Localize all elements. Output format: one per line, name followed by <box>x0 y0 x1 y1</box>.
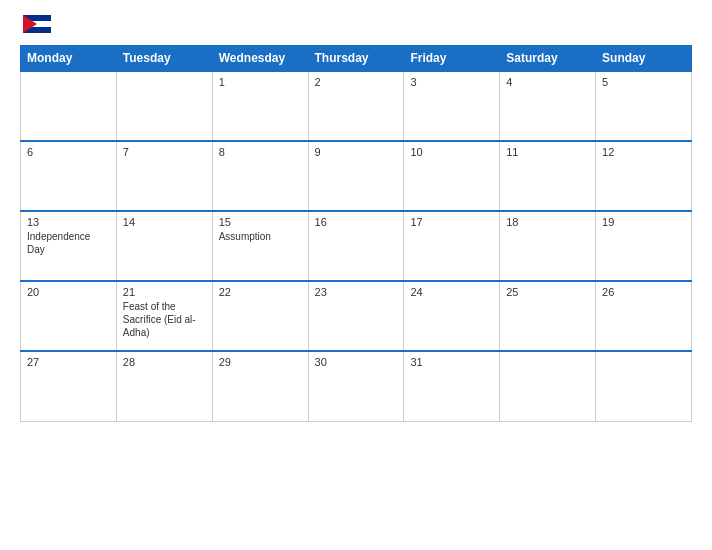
weekday-monday: Monday <box>21 46 117 72</box>
week-row-5: 2728293031 <box>21 351 692 421</box>
calendar-cell: 21Feast of the Sacrifice (Eid al-Adha) <box>116 281 212 351</box>
calendar-cell: 28 <box>116 351 212 421</box>
calendar-cell: 9 <box>308 141 404 211</box>
calendar-cell: 26 <box>596 281 692 351</box>
week-row-1: 12345 <box>21 71 692 141</box>
day-number: 27 <box>27 356 110 368</box>
day-number: 29 <box>219 356 302 368</box>
day-number: 6 <box>27 146 110 158</box>
day-number: 8 <box>219 146 302 158</box>
day-number: 2 <box>315 76 398 88</box>
calendar-cell: 20 <box>21 281 117 351</box>
day-number: 11 <box>506 146 589 158</box>
day-number: 4 <box>506 76 589 88</box>
day-number: 10 <box>410 146 493 158</box>
day-number: 15 <box>219 216 302 228</box>
day-event: Feast of the Sacrifice (Eid al-Adha) <box>123 301 196 338</box>
calendar-cell: 17 <box>404 211 500 281</box>
day-number: 28 <box>123 356 206 368</box>
day-number: 20 <box>27 286 110 298</box>
day-number: 21 <box>123 286 206 298</box>
day-number: 5 <box>602 76 685 88</box>
weekday-tuesday: Tuesday <box>116 46 212 72</box>
calendar-cell: 6 <box>21 141 117 211</box>
calendar-cell: 19 <box>596 211 692 281</box>
calendar-cell: 23 <box>308 281 404 351</box>
calendar-cell: 30 <box>308 351 404 421</box>
calendar-cell: 15Assumption <box>212 211 308 281</box>
calendar-cell <box>596 351 692 421</box>
calendar-cell: 25 <box>500 281 596 351</box>
calendar-cell: 7 <box>116 141 212 211</box>
day-number: 13 <box>27 216 110 228</box>
day-number: 16 <box>315 216 398 228</box>
calendar-cell: 5 <box>596 71 692 141</box>
day-number: 12 <box>602 146 685 158</box>
calendar-cell: 24 <box>404 281 500 351</box>
calendar-cell: 14 <box>116 211 212 281</box>
day-number: 24 <box>410 286 493 298</box>
calendar-cell: 2 <box>308 71 404 141</box>
header <box>20 15 692 33</box>
day-event: Assumption <box>219 231 271 242</box>
logo-flag-icon <box>23 15 51 33</box>
day-number: 7 <box>123 146 206 158</box>
day-number: 17 <box>410 216 493 228</box>
day-number: 25 <box>506 286 589 298</box>
week-row-2: 6789101112 <box>21 141 692 211</box>
day-number: 9 <box>315 146 398 158</box>
day-number: 23 <box>315 286 398 298</box>
calendar-cell <box>500 351 596 421</box>
calendar-cell <box>116 71 212 141</box>
calendar-cell: 18 <box>500 211 596 281</box>
calendar-cell: 1 <box>212 71 308 141</box>
calendar-cell: 31 <box>404 351 500 421</box>
calendar-cell: 13Independence Day <box>21 211 117 281</box>
weekday-wednesday: Wednesday <box>212 46 308 72</box>
day-number: 19 <box>602 216 685 228</box>
day-number: 22 <box>219 286 302 298</box>
day-number: 1 <box>219 76 302 88</box>
calendar-table: MondayTuesdayWednesdayThursdayFridaySatu… <box>20 45 692 422</box>
calendar-cell <box>21 71 117 141</box>
day-number: 26 <box>602 286 685 298</box>
day-number: 3 <box>410 76 493 88</box>
calendar-cell: 11 <box>500 141 596 211</box>
weekday-header-row: MondayTuesdayWednesdayThursdayFridaySatu… <box>21 46 692 72</box>
day-number: 18 <box>506 216 589 228</box>
day-number: 14 <box>123 216 206 228</box>
weekday-thursday: Thursday <box>308 46 404 72</box>
calendar-cell: 8 <box>212 141 308 211</box>
week-row-3: 13Independence Day1415Assumption16171819 <box>21 211 692 281</box>
calendar-cell: 29 <box>212 351 308 421</box>
calendar-cell: 22 <box>212 281 308 351</box>
calendar-cell: 4 <box>500 71 596 141</box>
weekday-sunday: Sunday <box>596 46 692 72</box>
calendar-cell: 16 <box>308 211 404 281</box>
calendar-cell: 3 <box>404 71 500 141</box>
calendar-cell: 10 <box>404 141 500 211</box>
day-event: Independence Day <box>27 231 90 255</box>
week-row-4: 2021Feast of the Sacrifice (Eid al-Adha)… <box>21 281 692 351</box>
weekday-saturday: Saturday <box>500 46 596 72</box>
day-number: 31 <box>410 356 493 368</box>
logo <box>20 15 51 33</box>
calendar-cell: 12 <box>596 141 692 211</box>
page: MondayTuesdayWednesdayThursdayFridaySatu… <box>0 0 712 550</box>
day-number: 30 <box>315 356 398 368</box>
weekday-friday: Friday <box>404 46 500 72</box>
calendar-cell: 27 <box>21 351 117 421</box>
